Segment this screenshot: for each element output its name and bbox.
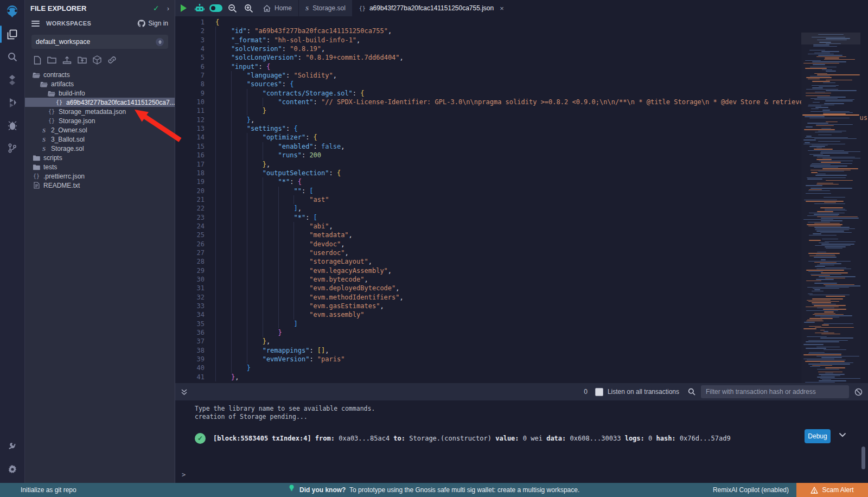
new-file-icon[interactable] [34, 56, 41, 65]
zoom-in-icon[interactable] [240, 0, 257, 16]
code-line: 5"solcLongVersion": "0.8.19+commit.7dd6d… [175, 53, 868, 62]
tree-item-2-owner-sol[interactable]: S2_Owner.sol [25, 125, 175, 135]
run-script-button[interactable] [175, 0, 192, 16]
code-line: 35] [175, 320, 868, 328]
upload-folder-icon[interactable] [78, 56, 87, 64]
tab-strip: HomeSStorage.sol{}a69b43f277ba20fcac1411… [257, 0, 511, 16]
code-line: 24"abi", [175, 222, 868, 231]
line-number: 36 [175, 328, 215, 337]
line-number: 16 [175, 151, 215, 160]
tree-item-contracts[interactable]: contracts [25, 70, 175, 79]
file-explorer-icon[interactable] [0, 23, 24, 46]
tree-item-label: contracts [43, 71, 70, 79]
json-icon: {} [359, 4, 366, 12]
upload-file-icon[interactable] [62, 56, 72, 65]
terminal-toolbar: 0 Listen on all transactions [175, 383, 868, 400]
ipfs-box-icon[interactable] [93, 55, 101, 65]
code-line: 11} [175, 106, 868, 115]
code-line: 38"remappings": [], [175, 346, 868, 355]
new-folder-icon[interactable] [47, 56, 56, 64]
settings-gear-icon[interactable] [0, 458, 24, 481]
plugin-manager-icon[interactable] [0, 435, 24, 458]
tree-item-build-info[interactable]: build-info [25, 88, 175, 98]
tree-item-storage-metadata-json[interactable]: {}Storage_metadata.json [25, 107, 175, 116]
remixai-status[interactable]: RemixAI Copilot (enabled) [713, 483, 789, 497]
tree-item-storage-json[interactable]: {}Storage.json [25, 116, 175, 125]
deploy-run-icon[interactable] [0, 91, 24, 114]
code-line: 33"evm.gasEstimates", [175, 302, 868, 310]
minimap[interactable]: us [801, 33, 868, 385]
tree-item--prettierrc-json[interactable]: {}.prettierrc.json [25, 171, 175, 181]
line-number: 10 [175, 98, 215, 106]
transaction-filter-input[interactable] [701, 385, 849, 398]
link-icon[interactable] [107, 56, 117, 64]
copilot-toggle[interactable] [208, 0, 224, 16]
sol-icon: S [40, 136, 48, 143]
tree-item-readme-txt[interactable]: README.txt [25, 181, 175, 190]
debug-button[interactable]: Debug [805, 429, 831, 443]
ai-copilot-robot-icon[interactable] [192, 0, 208, 16]
line-number: 12 [175, 116, 215, 124]
terminal-scrollbar[interactable] [861, 447, 865, 469]
zoom-out-icon[interactable] [224, 0, 240, 16]
line-number: 37 [175, 337, 215, 346]
line-number: 4 [175, 44, 215, 53]
tx-summary: [block:5583405 txIndex:4] from: 0xa03...… [213, 435, 731, 442]
github-signin-button[interactable]: Sign in [137, 20, 168, 27]
workspaces-menu-icon[interactable] [31, 19, 40, 28]
compile-success-check-icon: ✓ [153, 4, 159, 12]
line-number: 18 [175, 169, 215, 177]
code-line: 12}, [175, 116, 868, 124]
line-number: 24 [175, 222, 215, 231]
folder-icon [32, 155, 41, 161]
tree-item-tests[interactable]: tests [25, 162, 175, 171]
clear-console-icon[interactable] [854, 388, 863, 396]
line-number: 22 [175, 204, 215, 213]
tree-item-artifacts[interactable]: artifacts [25, 79, 175, 88]
expand-terminal-icon[interactable] [181, 388, 188, 396]
transaction-row[interactable]: ✓ [block:5583405 txIndex:4] from: 0xa03.… [195, 433, 868, 444]
tree-item-storage-sol[interactable]: SStorage.sol [25, 144, 175, 153]
code-line: 23"*": [ [175, 213, 868, 222]
minimap-viewport[interactable] [801, 33, 860, 44]
json-icon: {} [32, 173, 41, 179]
line-number: 41 [175, 373, 215, 381]
debugger-bug-icon[interactable] [0, 114, 24, 137]
code-line: 16"runs": 200 [175, 151, 868, 160]
tab-home[interactable]: Home [257, 0, 299, 16]
code-line: 28"storageLayout", [175, 257, 868, 266]
tab-label: Home [275, 4, 292, 12]
line-number: 28 [175, 257, 215, 266]
tree-item-label: a69b43f277ba20fcac141151250ca7... [66, 99, 175, 106]
tree-item-3-ballot-sol[interactable]: S3_Ballot.sol [25, 135, 175, 144]
code-line: 39"evmVersion": "paris" [175, 355, 868, 364]
sol-icon: S [40, 145, 48, 152]
listen-all-checkbox[interactable] [595, 388, 603, 396]
code-line: 34"evm.assembly" [175, 310, 868, 319]
tx-expand-chevron-icon[interactable] [839, 432, 846, 437]
tip-text: To prototype using the Gnosis safe multi… [349, 486, 579, 494]
sol-icon: S [305, 4, 309, 12]
line-number: 8 [175, 80, 215, 88]
tab-storage-sol[interactable]: SStorage.sol [299, 0, 353, 16]
code-view[interactable]: 1{2"id": "a69b43f277ba20fcac141151250ca7… [175, 16, 868, 385]
code-line: 2"id": "a69b43f277ba20fcac141151250ca755… [175, 27, 868, 35]
solidity-compiler-icon[interactable] [0, 68, 24, 91]
line-number: 39 [175, 355, 215, 364]
line-number: 3 [175, 36, 215, 44]
scam-alert-badge[interactable]: Scam Alert [796, 483, 868, 497]
close-tab-icon[interactable]: × [500, 4, 504, 12]
terminal-prompt[interactable]: > [182, 471, 186, 479]
workspace-stepper-icon[interactable] [156, 38, 164, 46]
transaction-count: 0 [584, 388, 588, 396]
search-icon[interactable] [0, 46, 24, 68]
panel-chevron-right-icon[interactable]: › [167, 4, 169, 12]
code-line: 15"enabled": false, [175, 142, 868, 151]
tree-item-scripts[interactable]: scripts [25, 153, 175, 162]
tree-item-a69b43f277ba20fcac141151250ca7-[interactable]: {}a69b43f277ba20fcac141151250ca7... [25, 98, 175, 107]
remix-logo[interactable] [0, 0, 24, 23]
tree-item-label: Storage.json [59, 117, 95, 125]
tab-a69b43f277ba20fcac141151250ca755-json[interactable]: {}a69b43f277ba20fcac141151250ca755.json× [353, 0, 511, 16]
git-branch-icon[interactable] [0, 137, 24, 160]
workspace-select[interactable]: default_workspace [31, 35, 168, 49]
